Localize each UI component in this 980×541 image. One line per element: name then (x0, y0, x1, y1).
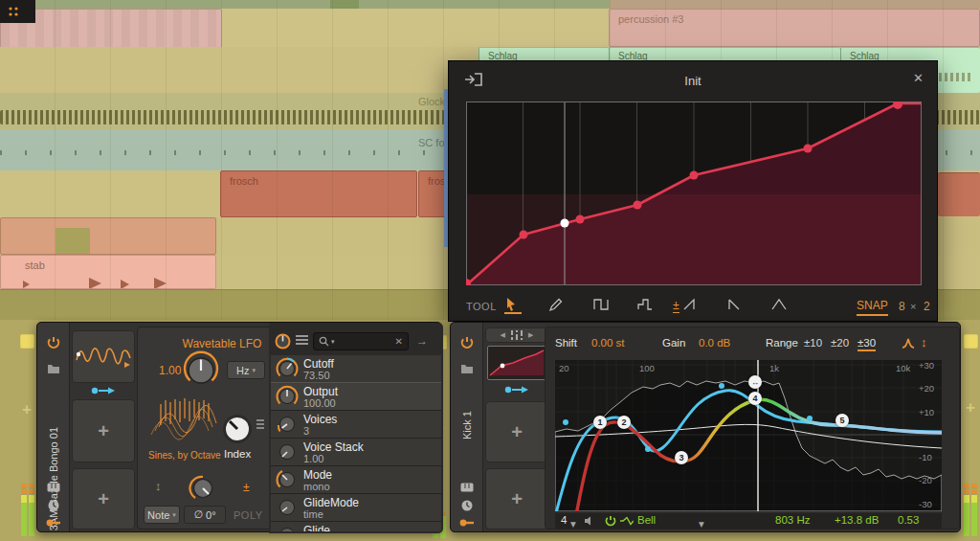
track-name[interactable]: 3AM Bazille Bongo 01 (48, 427, 59, 530)
param-knob[interactable] (276, 357, 299, 380)
cursor-tool-icon[interactable] (504, 297, 522, 314)
band-handle-dot[interactable] (807, 416, 813, 421)
band-handle-dot[interactable] (719, 383, 724, 389)
saw-up-tool-icon[interactable] (682, 297, 700, 314)
modulation-out[interactable] (485, 384, 548, 395)
eq-graph[interactable]: 20 100 1k 10k +30 +20 +10 -10 -20 -30 1 … (555, 360, 942, 511)
curve-thumbnail[interactable] (487, 346, 546, 380)
empty-device-slot[interactable]: + (72, 399, 135, 462)
range-option-10[interactable]: ±10 (804, 337, 822, 349)
rate-unit-dropdown[interactable]: Hz ▾ (227, 361, 265, 379)
search-scope-caret[interactable]: ▾ (331, 338, 335, 346)
track-color-square[interactable] (964, 334, 978, 349)
param-row[interactable]: Glide (271, 522, 441, 531)
track-color-square[interactable] (20, 334, 34, 349)
param-row[interactable]: Voice Stack 1.00 (271, 439, 441, 466)
gain-value[interactable]: 0.0 dB (699, 337, 730, 349)
param-row[interactable]: Output 100.00 (271, 383, 441, 411)
band-q-value[interactable]: 0.53 (898, 514, 919, 526)
param-row[interactable]: Voices 3 (271, 411, 441, 439)
expression-selector[interactable]: ◀ ▶ (485, 327, 548, 343)
curve-editor[interactable] (466, 101, 922, 285)
index-knob[interactable] (220, 412, 255, 446)
band-drag-handle[interactable]: ↔ (748, 375, 762, 389)
prev-arrow-icon[interactable]: ◀ (501, 331, 505, 339)
power-icon[interactable] (460, 336, 474, 349)
square-wave-tool-icon[interactable] (593, 297, 611, 314)
clip-frosch[interactable]: frosch (220, 170, 417, 217)
modulation-out[interactable] (72, 385, 135, 396)
rate-value[interactable]: 1.00 (159, 364, 181, 377)
pencil-tool-icon[interactable] (548, 297, 566, 314)
clip-salmon[interactable] (0, 217, 216, 255)
band-type[interactable]: Bell (637, 514, 656, 526)
wavetable-name[interactable]: Sines, by Octave (148, 450, 221, 461)
param-knob[interactable] (276, 413, 299, 436)
param-knob[interactable] (276, 385, 299, 408)
clock-icon[interactable] (461, 500, 473, 511)
clip-percussion[interactable]: percussion #3 (609, 9, 980, 47)
close-icon[interactable]: ✕ (913, 71, 924, 85)
wavetable-display[interactable] (147, 393, 222, 448)
speaker-icon[interactable] (584, 516, 593, 526)
add-track-plus[interactable]: + (22, 400, 32, 419)
range-option-30-selected[interactable]: ±30 (858, 337, 876, 351)
bell-curve-icon[interactable] (902, 337, 915, 349)
band-handle-dot[interactable] (645, 446, 651, 452)
phase-knob[interactable] (188, 473, 218, 504)
band-handle-dot[interactable] (563, 419, 568, 425)
snap-value-b[interactable]: 2 (924, 300, 930, 313)
param-row[interactable]: GlideMode time (271, 494, 441, 522)
param-row[interactable]: Cutoff 73.50 (271, 355, 441, 383)
phase-offset-field[interactable]: ∅ 0° (184, 506, 226, 524)
next-arrow-icon[interactable]: ▶ (528, 331, 533, 339)
triangle-tool-icon[interactable] (771, 297, 789, 314)
updown-icon[interactable]: ↕ (921, 335, 927, 349)
param-knob[interactable] (276, 440, 299, 463)
band-badge-4[interactable]: 4 (748, 392, 762, 405)
clip-frosch[interactable] (938, 172, 980, 216)
list-view-icon[interactable] (296, 335, 308, 347)
plus-minus-toggle[interactable]: ± (673, 299, 679, 313)
snap-value-a[interactable]: 8 (899, 300, 905, 313)
band-badge-5[interactable]: 5 (835, 414, 849, 427)
poly-label[interactable]: POLY (234, 509, 263, 521)
clock-icon[interactable] (48, 500, 59, 511)
folder-icon[interactable] (47, 363, 60, 374)
add-track-plus[interactable]: + (966, 398, 975, 417)
rate-knob[interactable] (180, 349, 222, 391)
band-badge-3[interactable]: 3 (675, 451, 688, 464)
keyboard-icon[interactable] (47, 483, 60, 492)
band-badge-2[interactable]: 2 (617, 416, 631, 429)
jack-plug-icon[interactable] (459, 518, 475, 528)
track-name[interactable]: Kick 1 (461, 411, 473, 440)
next-page-arrow[interactable]: → (416, 334, 428, 348)
empty-device-slot[interactable]: + (485, 401, 548, 462)
chevron-down-icon[interactable]: ▾ (570, 517, 576, 530)
knob-view-icon[interactable] (274, 332, 292, 350)
band-count[interactable]: 4 (561, 514, 567, 526)
band-gain-value[interactable]: +13.8 dB (835, 514, 879, 526)
param-search-input[interactable]: ▾ ✕ (313, 332, 409, 350)
saw-down-tool-icon[interactable] (726, 297, 744, 314)
shift-value[interactable]: 0.00 st (591, 337, 625, 349)
param-knob[interactable] (276, 524, 299, 531)
param-knob[interactable] (276, 496, 299, 519)
clear-search-icon[interactable]: ✕ (395, 336, 403, 347)
lfo-thumbnail-slot[interactable] (72, 330, 135, 383)
empty-device-slot[interactable]: + (72, 468, 135, 530)
empty-device-slot[interactable]: + (485, 468, 548, 530)
note-mode-dropdown[interactable]: Note ▾ (144, 506, 180, 524)
bell-shape-icon[interactable] (620, 516, 634, 526)
band-type-caret[interactable]: ▾ (699, 517, 704, 530)
jack-plug-icon[interactable] (46, 518, 61, 528)
step-wave-tool-icon[interactable] (637, 297, 655, 314)
clip-stab[interactable]: stab (0, 255, 216, 289)
bipolar-toggle[interactable]: ± (243, 481, 250, 494)
range-option-20[interactable]: ±20 (831, 337, 849, 349)
band-power-icon[interactable] (605, 515, 616, 527)
band-badge-1[interactable]: 1 (593, 416, 607, 429)
corner-panel[interactable] (0, 0, 35, 23)
param-row[interactable]: Mode mono (271, 466, 441, 494)
band-freq-value[interactable]: 803 Hz (775, 514, 810, 526)
